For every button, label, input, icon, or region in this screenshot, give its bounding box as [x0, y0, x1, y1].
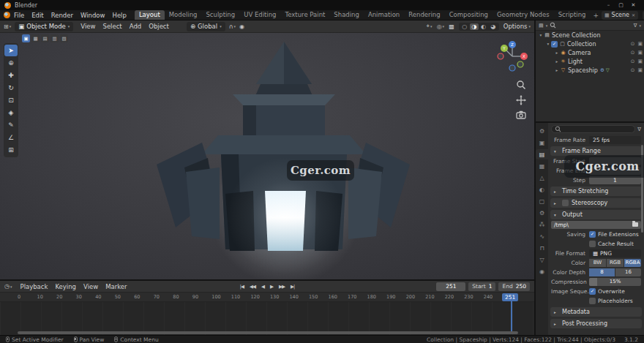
folder-icon[interactable]: [632, 222, 638, 227]
time-stretching-section-header[interactable]: ▸ Time Stretching: [550, 186, 642, 196]
outliner-display-mode-dropdown[interactable]: ▤: [539, 23, 544, 29]
scene-selector[interactable]: ▦ Scene ✕: [602, 11, 638, 20]
disclosure-icon[interactable]: ▾: [545, 42, 551, 46]
transform-orientation-dropdown[interactable]: ⊕ Global ▾: [187, 22, 225, 31]
viewport-menu-item[interactable]: Object: [145, 21, 173, 31]
disable-in-renders-icon[interactable]: ▣: [637, 41, 643, 47]
metadata-section-header[interactable]: ▸ Metadata: [550, 307, 642, 317]
disclosure-icon[interactable]: ▸: [554, 59, 560, 64]
minimize-button[interactable]: –: [602, 0, 615, 10]
timeline-menu-item[interactable]: Marker: [102, 282, 130, 292]
frame-rate-dropdown[interactable]: 25 fps: [589, 136, 641, 144]
post-processing-section-header[interactable]: ▸ Post Processing: [550, 319, 642, 328]
solid-shading-icon[interactable]: ◑: [470, 23, 479, 30]
hide-in-viewport-icon[interactable]: ⊙: [631, 50, 635, 56]
disable-in-renders-icon[interactable]: ▣: [637, 59, 643, 64]
spaceship-object[interactable]: [0, 33, 534, 279]
file-extensions-checkbox[interactable]: ✓: [589, 231, 596, 238]
workspace-tab[interactable]: Sculpting: [201, 10, 239, 20]
axis-negative-x-icon[interactable]: [498, 53, 503, 59]
particles-tab[interactable]: ⁂: [536, 219, 548, 230]
mesh-data-icon[interactable]: ▽: [606, 67, 610, 73]
transform-tool[interactable]: ◈: [4, 107, 18, 118]
header-quick-icon[interactable]: ▧: [60, 34, 68, 42]
outliner-row-collection[interactable]: ▾ ✓ ▢ Collection ⊙: [536, 39, 644, 48]
rotate-tool[interactable]: ↻: [4, 82, 18, 94]
stereoscopy-checkbox[interactable]: ✓: [562, 200, 569, 206]
hide-in-viewport-icon[interactable]: ⊙: [631, 59, 635, 64]
header-quick-icon[interactable]: ▤: [41, 34, 49, 42]
blender-menu-icon[interactable]: [4, 12, 10, 18]
gizmos-dropdown[interactable]: ⌖ ▾: [427, 23, 433, 30]
workspace-tab[interactable]: Layout: [135, 10, 165, 20]
outliner-row-camera[interactable]: ▸ ◉ Camera ⊙ ▣: [536, 48, 644, 57]
workspace-tab[interactable]: UV Editing: [239, 10, 280, 20]
timeline-menu-item[interactable]: View: [80, 282, 102, 292]
disclosure-icon[interactable]: ▸: [554, 50, 560, 55]
move-tool[interactable]: ✚: [4, 69, 18, 81]
workspace-tab[interactable]: Rendering: [404, 10, 444, 20]
menu-item[interactable]: Render: [48, 10, 77, 20]
hide-in-viewport-icon[interactable]: ⊙: [631, 67, 635, 73]
disable-in-renders-icon[interactable]: ▣: [637, 67, 643, 73]
physics-tab[interactable]: ∿: [536, 231, 548, 241]
outliner-row-light[interactable]: ▸ ✳ Light ⊙ ▣: [536, 57, 644, 66]
compression-slider[interactable]: 15%: [589, 278, 641, 286]
timeline-body[interactable]: [0, 302, 534, 335]
output-tab[interactable]: ▤: [536, 149, 548, 159]
overlays-dropdown[interactable]: ◎ ▾: [437, 23, 445, 30]
workspace-tab[interactable]: Shading: [329, 10, 364, 20]
annotate-tool[interactable]: ✎: [4, 119, 18, 131]
wireframe-shading-icon[interactable]: ○: [460, 23, 469, 30]
current-frame-field[interactable]: 251: [436, 282, 465, 291]
scale-tool[interactable]: ⊡: [4, 94, 18, 106]
viewport-menu-item[interactable]: Select: [99, 21, 125, 31]
camera-view-icon[interactable]: [516, 110, 526, 119]
header-quick-icon[interactable]: ▣: [22, 34, 30, 42]
menu-item[interactable]: File: [10, 10, 28, 20]
xray-toggle[interactable]: ▩: [449, 23, 454, 30]
menu-item[interactable]: Help: [108, 10, 130, 20]
view-layer-tab[interactable]: ▦: [536, 161, 548, 171]
timeline-editor-type-dropdown[interactable]: ◷ ▾: [4, 283, 12, 290]
editor-type-dropdown[interactable]: ⊞ ▾: [4, 23, 11, 30]
output-section-header[interactable]: ▾ Output: [550, 210, 642, 219]
filter-icon[interactable]: ∇: [634, 23, 637, 29]
header-quick-icon[interactable]: ▦: [31, 34, 40, 42]
world-tab[interactable]: ◐: [536, 184, 548, 195]
add-cube-tool[interactable]: ⊞: [4, 144, 18, 156]
add-workspace-button[interactable]: +: [590, 12, 602, 19]
play-button[interactable]: ▶: [268, 282, 275, 292]
menu-item[interactable]: Edit: [28, 10, 47, 20]
render-tab[interactable]: ▣: [536, 137, 548, 148]
frame-start-field[interactable]: Start 1: [468, 282, 495, 291]
overwrite-checkbox[interactable]: ✓: [589, 288, 596, 295]
mode-dropdown[interactable]: ▣ Object Mode ▾: [15, 22, 73, 31]
viewport-3d[interactable]: ▣▦▤▥▧ ➤⊕✚↻⊡◈✎∠⊞ Cger.com X Y: [0, 33, 534, 279]
collection-checkbox[interactable]: ✓: [551, 41, 558, 48]
viewport-menu-item[interactable]: View: [77, 21, 99, 31]
options-dropdown[interactable]: Options ▾: [503, 23, 531, 30]
cursor-tool[interactable]: ⊕: [4, 57, 18, 69]
properties-search-input[interactable]: [551, 125, 635, 133]
workspace-tab[interactable]: Animation: [364, 10, 404, 20]
workspace-tab[interactable]: Scripting: [554, 10, 591, 20]
disclosure-icon[interactable]: ▾: [538, 33, 544, 37]
next-keyframe-button[interactable]: ▶▶: [277, 282, 287, 292]
object-tab[interactable]: ▢: [536, 196, 548, 206]
file-format-dropdown[interactable]: ▦ PNG: [589, 249, 641, 257]
axis-negative-z-icon[interactable]: [509, 65, 515, 71]
timeline-horizontal-scrollbar[interactable]: [18, 331, 518, 334]
filter-icon[interactable]: ∇: [637, 127, 641, 132]
header-quick-icon[interactable]: ▥: [50, 34, 59, 42]
workspace-tab[interactable]: Geometry Nodes: [493, 10, 554, 20]
play-reverse-button[interactable]: ◀: [259, 282, 266, 292]
color-mode-option[interactable]: BW: [589, 259, 606, 267]
proportional-editing-toggle[interactable]: ◉: [239, 23, 244, 30]
close-button[interactable]: ✕: [627, 0, 640, 10]
snapping-toggle[interactable]: ∩ ▾: [229, 23, 236, 30]
jump-to-end-button[interactable]: ▶|: [288, 282, 296, 292]
measure-tool[interactable]: ∠: [4, 132, 18, 143]
color-mode-option[interactable]: RGBA: [624, 259, 641, 267]
color-mode-option[interactable]: RGB: [607, 259, 624, 267]
